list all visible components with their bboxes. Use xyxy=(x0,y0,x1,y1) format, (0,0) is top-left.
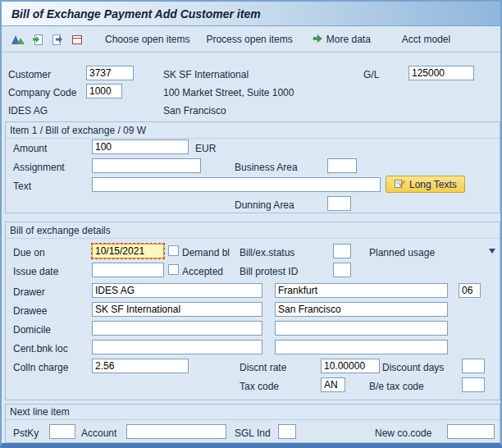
colln-charge-input[interactable] xyxy=(92,359,189,373)
colln-charge-label: Colln charge xyxy=(13,362,68,373)
cent-bnk-loc-input-2[interactable] xyxy=(275,340,448,354)
next-line-item-divider xyxy=(6,419,500,420)
bill-ex-status-input[interactable] xyxy=(333,244,351,258)
demand-bl-label: Demand bl xyxy=(182,247,230,258)
tax-code-input[interactable] xyxy=(321,377,345,392)
boe-groupbox-title: Bill of exchange details xyxy=(10,225,111,236)
next-line-item-title: Next line item xyxy=(10,406,70,418)
accepted-checkbox[interactable] xyxy=(168,264,179,275)
discnt-rate-label: Discnt rate xyxy=(240,362,286,373)
page-blue-arrow-icon[interactable] xyxy=(48,30,67,48)
discnt-rate-input[interactable] xyxy=(321,359,380,373)
amount-label: Amount xyxy=(13,143,47,154)
assignment-input[interactable] xyxy=(92,158,201,173)
drawer-city-input[interactable] xyxy=(275,283,448,298)
discount-days-input[interactable] xyxy=(462,359,485,373)
chevron-down-icon xyxy=(489,249,495,254)
domicile-label: Domicile xyxy=(13,324,51,336)
demand-bl-checkbox[interactable] xyxy=(168,245,179,256)
customer-input[interactable] xyxy=(86,66,134,80)
more-data-button[interactable]: More data xyxy=(308,31,376,48)
pstky-input[interactable] xyxy=(49,424,75,439)
drawee-city-input[interactable] xyxy=(275,302,448,317)
pstky-label: PstKy xyxy=(13,427,39,439)
discount-days-label: Discount days xyxy=(382,362,444,373)
be-tax-code-label: B/e tax code xyxy=(369,381,424,392)
cent-bnk-loc-input-1[interactable] xyxy=(92,340,262,354)
assignment-label: Assignment xyxy=(13,162,65,173)
due-on-label: Due on xyxy=(13,247,45,258)
customer-city-text: San Francisco xyxy=(163,105,226,117)
due-on-input[interactable] xyxy=(92,244,164,258)
drawer-name-input[interactable] xyxy=(92,283,262,298)
dunning-area-input[interactable] xyxy=(327,196,351,211)
customer-address-text: 100 Market Street, Suite 1000 xyxy=(163,87,294,98)
more-data-green-arrow-icon xyxy=(313,34,323,46)
choose-open-items-button[interactable]: Choose open items xyxy=(100,31,194,48)
boe-title-divider xyxy=(6,238,500,239)
be-tax-code-input[interactable] xyxy=(462,377,485,392)
business-area-input[interactable] xyxy=(327,158,357,173)
planned-usage-label: Planned usage xyxy=(369,247,435,258)
sgl-ind-label: SGL Ind xyxy=(235,427,271,439)
amount-input[interactable] xyxy=(92,139,189,154)
process-open-items-label: Process open items xyxy=(206,34,292,45)
new-co-code-input[interactable] xyxy=(447,424,495,439)
dunning-area-label: Dunning Area xyxy=(235,199,294,211)
issue-date-input[interactable] xyxy=(92,263,164,277)
new-co-code-label: New co.code xyxy=(375,427,431,439)
item-groupbox-title: Item 1 / Bill of exchange / 09 W xyxy=(10,125,146,136)
domicile-input-1[interactable] xyxy=(92,321,262,336)
item-title-divider xyxy=(6,138,500,139)
choose-open-items-label: Choose open items xyxy=(105,34,189,45)
more-data-label: More data xyxy=(326,34,371,45)
acct-model-label: Acct model xyxy=(402,34,450,45)
account-label: Account xyxy=(81,427,116,439)
issue-date-label: Issue date xyxy=(13,266,58,277)
bill-protest-id-input[interactable] xyxy=(333,263,351,277)
page-title: Bill of Exchange Payment Add Customer it… xyxy=(11,7,261,21)
business-area-label: Business Area xyxy=(235,162,298,173)
page-green-arrow-icon[interactable] xyxy=(28,30,48,48)
text-input[interactable] xyxy=(92,177,381,192)
account-input[interactable] xyxy=(126,424,226,439)
gl-input[interactable] xyxy=(408,66,474,80)
titlebar: Bill of Exchange Payment Add Customer it… xyxy=(2,2,500,26)
gl-label: G/L xyxy=(363,69,379,80)
company-code-label: Company Code xyxy=(8,87,76,98)
accepted-label: Accepted xyxy=(182,266,223,277)
company-name-text: IDES AG xyxy=(8,105,48,117)
bill-protest-id-label: Bill protest ID xyxy=(240,266,298,277)
drawee-label: Drawee xyxy=(13,305,47,317)
planned-usage-dropdown[interactable] xyxy=(447,244,498,258)
company-code-input[interactable] xyxy=(86,84,122,98)
domicile-input-2[interactable] xyxy=(275,321,448,336)
long-texts-label: Long Texts xyxy=(409,179,457,190)
currency-text: EUR xyxy=(195,143,216,154)
drawer-label: Drawer xyxy=(13,286,45,298)
note-pencil-icon xyxy=(394,178,405,191)
drawee-name-input[interactable] xyxy=(92,302,262,317)
cent-bnk-loc-label: Cent.bnk loc xyxy=(13,343,68,354)
application-toolbar: Choose open items Process open items Mor… xyxy=(2,27,500,53)
acct-model-button[interactable]: Acct model xyxy=(397,31,455,48)
long-texts-button[interactable]: Long Texts xyxy=(386,176,465,193)
sap-window: Bill of Exchange Payment Add Customer it… xyxy=(0,0,502,448)
process-open-items-button[interactable]: Process open items xyxy=(201,31,297,48)
bill-ex-status-label: Bill/ex.status xyxy=(240,247,294,258)
drawer-code-input[interactable] xyxy=(459,283,481,298)
text-label: Text xyxy=(13,181,31,192)
customer-label: Customer xyxy=(8,69,51,80)
new-window-icon[interactable] xyxy=(67,30,87,48)
tax-code-label: Tax code xyxy=(240,381,279,392)
customer-name-text: SK SF International xyxy=(163,69,249,80)
mountains-overview-icon[interactable] xyxy=(8,30,28,48)
sgl-ind-input[interactable] xyxy=(278,424,296,439)
